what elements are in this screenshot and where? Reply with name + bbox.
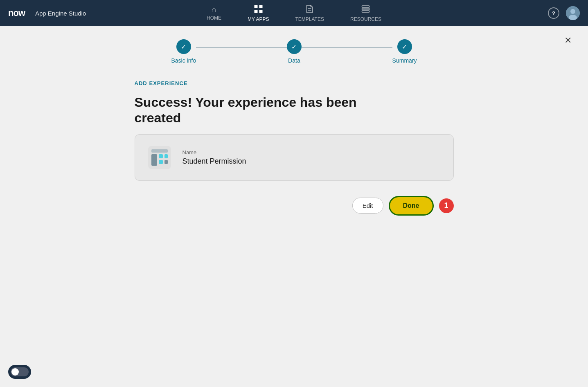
nav-my-apps[interactable]: MY APPS xyxy=(243,1,274,25)
nav-templates[interactable]: TEMPLATES xyxy=(291,1,329,25)
nav-my-apps-label: MY APPS xyxy=(248,16,269,22)
step-line-2 xyxy=(302,47,392,48)
nav-templates-label: TEMPLATES xyxy=(295,16,324,22)
nav-resources[interactable]: RESOURCES xyxy=(345,1,386,25)
svg-rect-13 xyxy=(151,149,168,153)
experience-icon xyxy=(146,144,173,171)
dialog-area: ADD EXPERIENCE Success! Your experience … xyxy=(110,64,478,231)
close-button[interactable]: ✕ xyxy=(564,36,572,45)
top-navigation: now App Engine Studio ⌂ HOME MY APPS xyxy=(0,0,588,26)
exp-name-value: Student Permission xyxy=(182,157,246,166)
notification-badge: 1 xyxy=(439,198,454,213)
brand: now App Engine Studio xyxy=(8,8,86,18)
nav-right: ? xyxy=(548,6,580,20)
svg-rect-6 xyxy=(362,6,369,7)
svg-rect-3 xyxy=(259,10,262,13)
step-basic-info-label: Basic info xyxy=(171,57,196,64)
toggle-thumb xyxy=(11,368,19,376)
exp-name-label: Name xyxy=(182,149,246,155)
step-line-1 xyxy=(196,47,287,48)
toggle-track[interactable] xyxy=(11,367,29,376)
svg-rect-8 xyxy=(362,11,369,12)
svg-point-10 xyxy=(570,9,575,14)
nav-home-label: HOME xyxy=(207,15,221,21)
my-apps-icon xyxy=(254,4,263,15)
step-summary-circle: ✓ xyxy=(397,39,412,54)
success-heading: Success! Your experience has been create… xyxy=(135,94,380,126)
svg-rect-18 xyxy=(164,160,168,164)
step-data: ✓ Data xyxy=(287,39,302,64)
experience-card: Name Student Permission xyxy=(135,134,454,181)
step-basic-info: ✓ Basic info xyxy=(171,39,196,64)
nav-resources-label: RESOURCES xyxy=(350,16,381,22)
app-name: App Engine Studio xyxy=(35,10,86,17)
svg-rect-15 xyxy=(159,154,163,158)
action-row: Edit Done 1 xyxy=(135,197,454,214)
step-data-label: Data xyxy=(288,57,300,64)
now-logo: now xyxy=(8,8,25,18)
section-label: ADD EXPERIENCE xyxy=(135,80,454,86)
step-basic-info-circle: ✓ xyxy=(176,39,191,54)
svg-rect-7 xyxy=(362,8,369,10)
main-content: ✓ Basic info ✓ Data ✓ Summary ✕ ADD EXPE… xyxy=(0,26,588,387)
home-icon: ⌂ xyxy=(212,5,216,14)
nav-home[interactable]: ⌂ HOME xyxy=(202,2,226,24)
svg-rect-17 xyxy=(159,160,163,164)
bottom-toggle[interactable] xyxy=(8,365,31,379)
step-data-circle: ✓ xyxy=(287,39,302,54)
user-avatar[interactable] xyxy=(566,6,580,20)
edit-button[interactable]: Edit xyxy=(352,198,383,214)
svg-rect-14 xyxy=(151,154,157,166)
nav-center: ⌂ HOME MY APPS xyxy=(202,1,386,25)
experience-info: Name Student Permission xyxy=(182,149,246,166)
help-button[interactable]: ? xyxy=(548,7,559,19)
svg-rect-0 xyxy=(254,5,257,8)
progress-steps: ✓ Basic info ✓ Data ✓ Summary xyxy=(171,39,417,64)
resources-icon xyxy=(361,4,370,15)
done-button[interactable]: Done xyxy=(390,197,433,214)
svg-rect-2 xyxy=(254,10,257,13)
step-summary-label: Summary xyxy=(392,57,417,64)
nav-divider xyxy=(30,8,30,18)
templates-icon xyxy=(305,4,314,15)
step-summary: ✓ Summary xyxy=(392,39,417,64)
svg-rect-16 xyxy=(164,154,168,158)
svg-rect-1 xyxy=(259,5,262,8)
